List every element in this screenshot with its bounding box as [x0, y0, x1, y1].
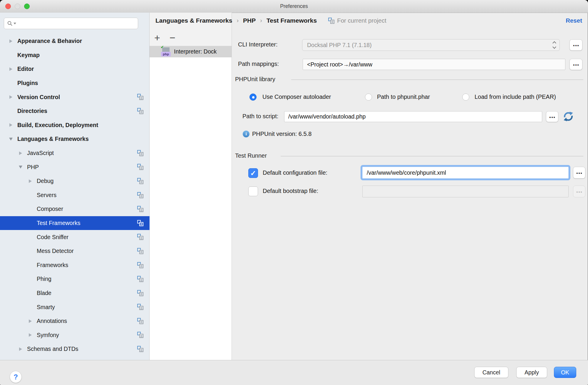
sidebar-item-label: Debug [37, 178, 53, 184]
cli-interpreter-browse-button[interactable]: ... [569, 39, 582, 51]
chevron-collapsed-icon[interactable] [26, 174, 35, 188]
project-scope-icon [328, 18, 334, 24]
sidebar-item-test-frameworks[interactable]: Test Frameworks [0, 216, 150, 230]
sidebar-item-mess-detector[interactable]: Mess Detector [0, 244, 150, 258]
arrow-spacer [26, 188, 35, 202]
search-input[interactable] [18, 20, 138, 27]
add-button[interactable]: + [152, 32, 163, 43]
sidebar-item-code-sniffer[interactable]: Code Sniffer [0, 230, 150, 244]
sidebar-item-blade[interactable]: Blade [0, 286, 150, 300]
chevron-collapsed-icon[interactable] [6, 90, 15, 104]
reload-icon[interactable] [562, 111, 574, 122]
sidebar-item-frameworks[interactable]: Frameworks [0, 258, 150, 272]
default-configuration-browse-button[interactable]: ... [573, 167, 585, 179]
sidebar-item-symfony[interactable]: Symfony [0, 328, 150, 342]
apply-button[interactable]: Apply [516, 367, 547, 378]
reset-link[interactable]: Reset [566, 16, 582, 26]
search-box[interactable] [4, 18, 138, 29]
per-project-settings-icon [137, 108, 143, 114]
radio-path-to-phpunit-phar[interactable] [365, 94, 372, 101]
chevron-collapsed-icon[interactable] [16, 146, 25, 160]
cancel-button[interactable]: Cancel [474, 367, 508, 378]
interpreter-item-label: Interpreter: Dock [174, 48, 217, 55]
sidebar-item-editor[interactable]: Editor [0, 62, 150, 76]
info-icon: i [243, 131, 249, 137]
sidebar-item-composer[interactable]: Composer [0, 202, 150, 216]
interpreter-list-item[interactable]: ✓ php Interpreter: Dock [150, 46, 232, 57]
per-project-settings-icon [137, 248, 143, 254]
test-runner-section-title: Test Runner [235, 152, 267, 159]
sidebar-item-version-control[interactable]: Version Control [0, 90, 150, 104]
default-configuration-checkbox[interactable]: ✓ [248, 168, 258, 178]
chevron-collapsed-icon[interactable] [6, 118, 15, 132]
stepper-icon[interactable] [552, 41, 557, 49]
arrow-spacer [26, 230, 35, 244]
section-divider [291, 79, 583, 80]
sidebar-item-directories[interactable]: Directories [0, 104, 150, 118]
sidebar-item-annotations[interactable]: Annotations [0, 314, 150, 328]
ok-button[interactable]: OK [554, 367, 576, 378]
sidebar-item-label: Code Sniffer [37, 234, 68, 241]
radio-label-composer: Use Composer autoloader [262, 94, 331, 100]
search-icon [7, 21, 16, 26]
sidebar-item-build-execution-deployment[interactable]: Build, Execution, Deployment [0, 118, 150, 132]
cli-interpreter-select[interactable]: Docksal PHP 7.1 (7.1.18) [302, 39, 560, 51]
sidebar-item-javascript[interactable]: JavaScript [0, 146, 150, 160]
per-project-settings-icon [137, 164, 143, 170]
breadcrumb-php[interactable]: PHP [243, 17, 256, 24]
sidebar-item-label: Mess Detector [37, 248, 74, 254]
path-mappings-field[interactable]: <Project root>→/var/www [303, 59, 565, 70]
default-configuration-input[interactable]: /var/www/web/core/phpunit.xml [362, 167, 569, 179]
default-bootstrap-checkbox[interactable] [248, 186, 258, 196]
breadcrumb-test-frameworks[interactable]: Test Frameworks [267, 17, 317, 24]
help-button[interactable]: ? [10, 371, 22, 383]
chevron-collapsed-icon[interactable] [16, 342, 25, 356]
breadcrumb-languages-frameworks[interactable]: Languages & Frameworks [155, 17, 232, 24]
per-project-settings-icon [137, 276, 143, 282]
sidebar-item-phing[interactable]: Phing [0, 272, 150, 286]
remove-button[interactable]: − [167, 32, 178, 43]
radio-load-from-include-path[interactable] [462, 94, 469, 101]
sidebar-item-php[interactable]: PHP [0, 160, 150, 174]
interpreters-panel: + − ✓ php Interpreter: Dock [150, 13, 232, 360]
path-mappings-label: Path mappings: [238, 61, 279, 67]
chevron-expanded-icon[interactable] [6, 132, 15, 146]
sidebar-item-label: Blade [37, 290, 51, 296]
path-to-script-label: Path to script: [242, 113, 278, 120]
footer-bar: ? Cancel Apply OK [0, 360, 588, 385]
sidebar-item-plugins[interactable]: Plugins [0, 76, 150, 90]
sidebar-item-label: PHP [27, 164, 39, 171]
sidebar-item-debug[interactable]: Debug [0, 174, 150, 188]
per-project-settings-icon [137, 318, 143, 324]
sidebar-item-appearance-behavior[interactable]: Appearance & Behavior [0, 34, 150, 48]
sidebar-item-keymap[interactable]: Keymap [0, 48, 150, 62]
chevron-collapsed-icon[interactable] [26, 328, 35, 342]
sidebar-item-servers[interactable]: Servers [0, 188, 150, 202]
sidebar-item-label: JavaScript [27, 150, 54, 156]
default-bootstrap-browse-button[interactable]: ... [573, 186, 585, 197]
breadcrumb-separator-icon: › [260, 17, 262, 24]
path-to-script-browse-button[interactable]: ... [546, 111, 558, 122]
chevron-expanded-icon[interactable] [16, 160, 25, 174]
arrow-spacer [26, 286, 35, 300]
chevron-collapsed-icon[interactable] [6, 62, 15, 76]
per-project-settings-icon [137, 304, 143, 310]
sidebar-item-smarty[interactable]: Smarty [0, 300, 150, 314]
scope-label: For current project [337, 17, 386, 24]
chevron-collapsed-icon[interactable] [6, 34, 15, 48]
per-project-settings-icon [137, 332, 143, 338]
sidebar-item-label: Directories [17, 108, 47, 114]
path-to-script-input[interactable]: /var/www/vendor/autoload.php [284, 111, 542, 122]
path-mappings-browse-button[interactable]: ... [569, 59, 582, 70]
sidebar-item-label: Schemas and DTDs [27, 346, 78, 352]
sidebar-item-label: Keymap [17, 52, 40, 59]
default-bootstrap-input[interactable] [362, 186, 569, 197]
sidebar-tree: Appearance & BehaviorKeymapEditorPlugins… [0, 34, 150, 356]
per-project-settings-icon [137, 346, 143, 352]
per-project-settings-icon [137, 178, 143, 184]
sidebar-item-schemas-and-dtds[interactable]: Schemas and DTDs [0, 342, 150, 356]
sidebar-item-languages-frameworks[interactable]: Languages & Frameworks [0, 132, 150, 146]
radio-use-composer-autoloader[interactable] [249, 94, 257, 101]
chevron-collapsed-icon[interactable] [26, 314, 35, 328]
radio-label-pear: Load from include path (PEAR) [475, 94, 556, 100]
